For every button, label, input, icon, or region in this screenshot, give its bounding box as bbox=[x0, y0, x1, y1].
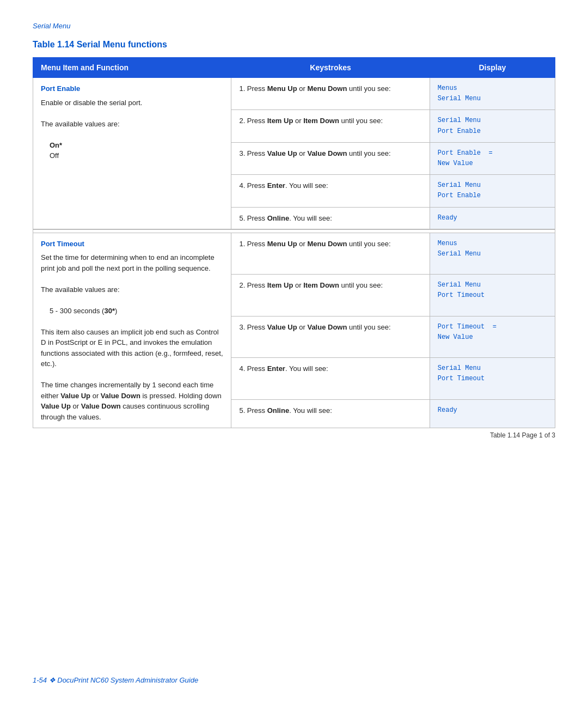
col-header-display: Display bbox=[430, 58, 555, 78]
display-cell-0-1: Serial Menu Port Enable bbox=[430, 110, 555, 142]
table-title: Table 1.14 Serial Menu functions bbox=[33, 40, 555, 50]
keystroke-cell-1-0: 1. Press Menu Up or Menu Down until you … bbox=[231, 233, 430, 275]
keystroke-cell-1-2: 3. Press Value Up or Value Down until yo… bbox=[231, 316, 430, 358]
item-cell-0: Port EnableEnable or disable the serial … bbox=[33, 78, 231, 230]
main-table: Menu Item and Function Keystrokes Displa… bbox=[33, 57, 555, 428]
keystroke-cell-1-4: 5. Press Online. You will see: bbox=[231, 399, 430, 428]
page-footer: 1-54 ❖ DocuPrint NC60 System Administrat… bbox=[33, 676, 198, 684]
keystroke-cell-1-1: 2. Press Item Up or Item Down until you … bbox=[231, 275, 430, 317]
keystroke-cell-0-3: 4. Press Enter. You will see: bbox=[231, 175, 430, 207]
section-label: Serial Menu bbox=[33, 22, 555, 30]
keystroke-cell-0-4: 5. Press Online. You will see: bbox=[231, 207, 430, 229]
display-cell-1-3: Serial Menu Port Timeout bbox=[430, 358, 555, 400]
display-cell-1-4: Ready bbox=[430, 399, 555, 428]
display-cell-0-3: Serial Menu Port Enable bbox=[430, 175, 555, 207]
keystroke-cell-1-3: 4. Press Enter. You will see: bbox=[231, 358, 430, 400]
keystroke-cell-0-0: 1. Press Menu Up or Menu Down until you … bbox=[231, 78, 430, 110]
keystroke-cell-0-2: 3. Press Value Up or Value Down until yo… bbox=[231, 142, 430, 174]
display-cell-0-2: Port Enable = New Value bbox=[430, 142, 555, 174]
item-title: Port Timeout bbox=[41, 239, 223, 249]
table-row: Port TimeoutSet the time for determining… bbox=[33, 233, 555, 275]
keystroke-cell-0-1: 2. Press Item Up or Item Down until you … bbox=[231, 110, 430, 142]
display-cell-1-1: Serial Menu Port Timeout bbox=[430, 275, 555, 317]
display-cell-0-4: Ready bbox=[430, 207, 555, 229]
col-header-keystrokes: Keystrokes bbox=[231, 58, 430, 78]
col-header-menu: Menu Item and Function bbox=[33, 58, 231, 78]
item-cell-1: Port TimeoutSet the time for determining… bbox=[33, 233, 231, 428]
display-cell-0-0: Menus Serial Menu bbox=[430, 78, 555, 110]
display-cell-1-0: Menus Serial Menu bbox=[430, 233, 555, 275]
page-note: Table 1.14 Page 1 of 3 bbox=[33, 431, 555, 439]
item-title: Port Enable bbox=[41, 83, 223, 94]
display-cell-1-2: Port Timeout = New Value bbox=[430, 316, 555, 358]
table-row: Port EnableEnable or disable the serial … bbox=[33, 78, 555, 110]
